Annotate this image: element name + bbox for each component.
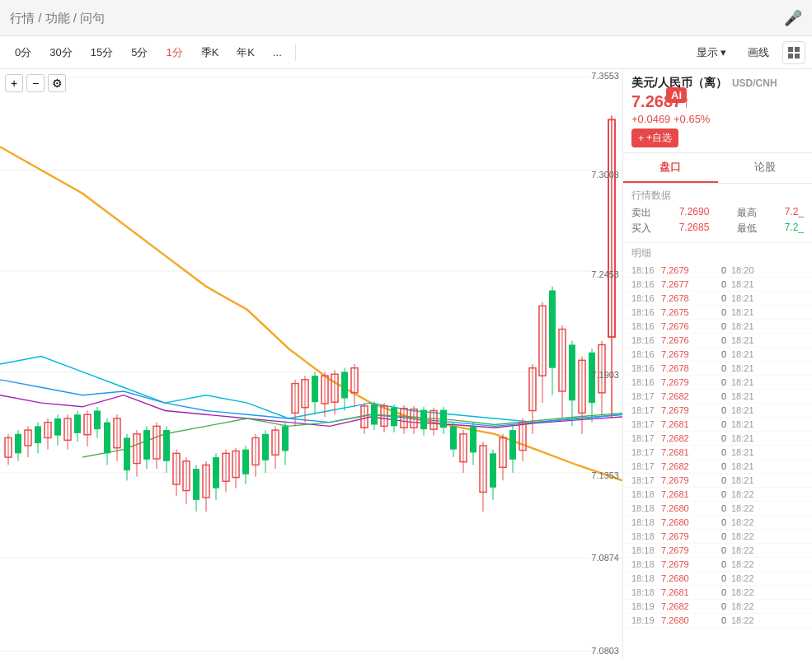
detail-price: 7.2681 <box>661 489 706 499</box>
tf-more[interactable]: ... <box>265 43 290 62</box>
svg-rect-110 <box>490 453 496 487</box>
grid-icon-button[interactable] <box>782 41 805 64</box>
svg-rect-44 <box>163 430 170 461</box>
detail-time2: 18:22 <box>731 601 754 611</box>
detail-vol: 0 <box>706 601 726 611</box>
svg-rect-22 <box>54 418 61 436</box>
detail-vol: 0 <box>706 489 726 499</box>
list-item: 18:19 7.2682 0 18:22 <box>623 600 812 614</box>
tf-1min[interactable]: 1分 <box>157 42 190 63</box>
detail-vol: 0 <box>706 377 726 387</box>
detail-price: 7.2676 <box>661 335 706 345</box>
list-item: 18:18 7.2680 0 18:22 <box>623 516 812 530</box>
price-label-5: 7.1353 <box>591 470 619 480</box>
tab-lungu[interactable]: 论股 <box>718 153 813 183</box>
price-label-top: 7.3553 <box>591 71 619 81</box>
buy-row: 买入 7.2685 最低 7.2_ <box>631 222 804 236</box>
tf-year-k[interactable]: 年K <box>228 42 263 63</box>
detail-time2: 18:22 <box>731 587 754 597</box>
zoom-in-button[interactable]: + <box>5 74 23 92</box>
low-label: 最低 <box>737 222 757 236</box>
detail-price: 7.2678 <box>661 363 706 373</box>
svg-rect-102 <box>450 426 457 449</box>
separator <box>295 44 296 61</box>
detail-time: 18:19 <box>631 615 661 625</box>
line-button[interactable]: 画线 <box>739 42 777 63</box>
svg-rect-96 <box>420 410 427 430</box>
detail-price: 7.2678 <box>661 293 706 303</box>
detail-price: 7.2681 <box>661 587 706 597</box>
list-item: 18:18 7.2680 0 18:22 <box>623 572 812 586</box>
svg-rect-50 <box>193 469 199 500</box>
detail-price: 7.2680 <box>661 503 706 513</box>
detail-time: 18:16 <box>631 335 661 345</box>
price-label-4: 7.1903 <box>591 370 619 380</box>
svg-rect-90 <box>391 408 397 427</box>
detail-vol: 0 <box>706 405 726 415</box>
detail-vol: 0 <box>706 559 726 569</box>
detail-time: 18:16 <box>631 307 661 317</box>
detail-time2: 18:21 <box>731 349 754 359</box>
mic-icon[interactable]: 🎤 <box>784 9 802 27</box>
low-value: 7.2_ <box>785 222 804 236</box>
detail-time2: 18:20 <box>731 265 754 275</box>
settings-button[interactable]: ⚙ <box>48 74 66 92</box>
chevron-down-icon: ▾ <box>720 46 726 58</box>
detail-time: 18:16 <box>631 349 661 359</box>
tf-0min[interactable]: 0分 <box>7 42 40 63</box>
detail-time2: 18:21 <box>731 433 754 443</box>
stock-code: USD/CNH <box>732 77 777 89</box>
detail-price: 7.2675 <box>661 307 706 317</box>
svg-rect-80 <box>341 372 348 398</box>
svg-rect-122 <box>549 291 556 368</box>
detail-section: 明细 18:16 7.2679 0 18:20 18:16 7.2677 0 1… <box>623 243 812 659</box>
detail-time: 18:16 <box>631 377 661 387</box>
right-panel: 美元/人民币（离） USD/CNH 7.2687↑ +0.0469 +0.65%… <box>622 69 812 659</box>
detail-time: 18:16 <box>631 265 661 275</box>
detail-price: 7.2679 <box>661 265 706 275</box>
watchlist-label: +自选 <box>646 131 672 145</box>
detail-vol: 0 <box>706 321 726 331</box>
svg-rect-0 <box>788 47 793 52</box>
detail-time2: 18:21 <box>731 419 754 429</box>
zoom-out-button[interactable]: − <box>26 74 45 92</box>
main-content: + − ⚙ 7.3553 7.3003 7.2453 7.1903 7.1353… <box>0 69 812 659</box>
svg-rect-18 <box>35 426 41 443</box>
stock-title-row: 美元/人民币（离） USD/CNH <box>631 76 804 91</box>
list-item: 18:17 7.2681 0 18:21 <box>623 446 812 460</box>
stock-change: +0.0469 +0.65% <box>631 113 804 125</box>
detail-price: 7.2679 <box>661 377 706 387</box>
tab-pankou[interactable]: 盘口 <box>623 153 718 183</box>
search-input[interactable] <box>10 11 784 25</box>
list-item: 18:17 7.2681 0 18:21 <box>623 418 812 432</box>
detail-vol: 0 <box>706 363 726 373</box>
watchlist-button[interactable]: + +自选 <box>631 129 678 147</box>
market-data: 行情数据 卖出 7.2690 最高 7.2_ 买入 7.2685 最低 7.2_ <box>623 184 812 243</box>
list-item: 18:16 7.2679 0 18:21 <box>623 376 812 390</box>
detail-time: 18:18 <box>631 531 661 541</box>
detail-time: 18:18 <box>631 587 661 597</box>
svg-rect-14 <box>15 434 21 454</box>
list-item: 18:18 7.2679 0 18:22 <box>623 544 812 558</box>
svg-rect-26 <box>74 414 81 433</box>
svg-rect-32 <box>104 423 110 454</box>
detail-price: 7.2676 <box>661 321 706 331</box>
list-item: 18:16 7.2676 0 18:21 <box>623 334 812 348</box>
tf-5min[interactable]: 5分 <box>123 42 156 63</box>
detail-vol: 0 <box>706 545 726 555</box>
tf-15min[interactable]: 15分 <box>82 42 121 63</box>
detail-vol: 0 <box>706 335 726 345</box>
detail-time2: 18:21 <box>731 293 754 303</box>
detail-price: 7.2682 <box>661 391 706 401</box>
detail-vol: 0 <box>706 349 726 359</box>
detail-time2: 18:21 <box>731 461 754 471</box>
tf-30min[interactable]: 30分 <box>41 42 80 63</box>
list-item: 18:16 7.2678 0 18:21 <box>623 362 812 376</box>
display-button[interactable]: 显示 ▾ <box>688 42 735 63</box>
list-item: 18:16 7.2679 0 18:21 <box>623 348 812 362</box>
ai-badge[interactable]: Ai <box>666 87 687 103</box>
tf-season-k[interactable]: 季K <box>193 42 228 63</box>
detail-vol: 0 <box>706 475 726 485</box>
chart-area[interactable]: + − ⚙ 7.3553 7.3003 7.2453 7.1903 7.1353… <box>0 69 622 659</box>
detail-time: 18:19 <box>631 601 661 611</box>
